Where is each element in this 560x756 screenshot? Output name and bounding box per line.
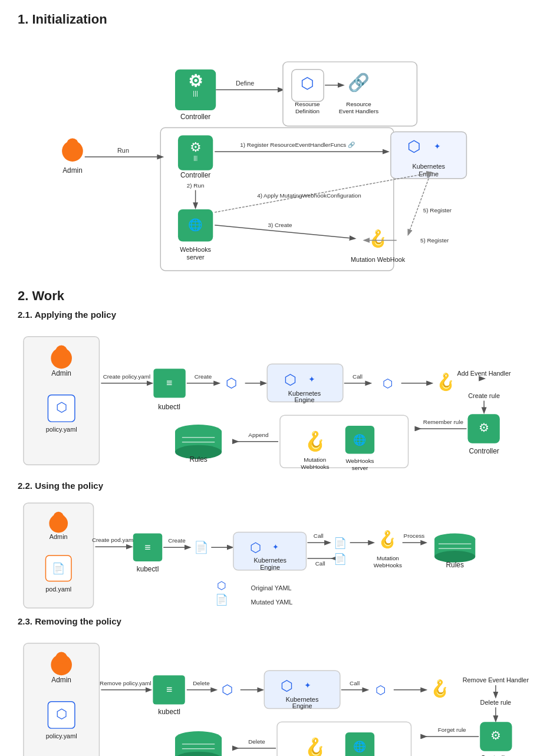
svg-text:🔗: 🔗 <box>348 72 370 93</box>
svg-text:⬡: ⬡ <box>284 372 297 387</box>
svg-text:🪝: 🪝 <box>368 229 388 248</box>
svg-text:Engine: Engine <box>292 703 312 710</box>
section-2-title: 2. Work <box>18 288 542 304</box>
svg-text:Append: Append <box>248 432 268 438</box>
svg-text:⬡: ⬡ <box>383 377 393 390</box>
svg-text:1) Register ResourceEventHandl: 1) Register ResourceEventHandlerFuncs 🔗 <box>240 141 355 149</box>
svg-text:Delete rule: Delete rule <box>480 699 512 706</box>
svg-text:Call: Call <box>315 560 325 567</box>
svg-text:≡: ≡ <box>166 683 172 695</box>
svg-text:WebHooks: WebHooks <box>301 464 329 470</box>
svg-text:Engine: Engine <box>260 564 280 571</box>
svg-text:📄: 📄 <box>334 553 347 566</box>
svg-text:Admin: Admin <box>50 533 68 540</box>
svg-text:⚙: ⚙ <box>190 140 202 155</box>
svg-text:⬡: ⬡ <box>56 400 67 415</box>
svg-text:server: server <box>187 254 205 261</box>
svg-text:✦: ✦ <box>434 142 441 151</box>
svg-text:📄: 📄 <box>52 562 65 575</box>
svg-text:Controller: Controller <box>180 171 210 179</box>
svg-text:≡: ≡ <box>144 541 150 553</box>
svg-text:kubectl: kubectl <box>158 708 180 716</box>
svg-rect-177 <box>277 722 411 756</box>
svg-text:|||: ||| <box>193 155 197 161</box>
svg-text:Original YAML: Original YAML <box>251 584 292 591</box>
svg-point-101 <box>53 512 64 522</box>
svg-text:Create: Create <box>195 373 212 380</box>
section22-svg: Admin 📄 pod.yaml Create pod.yaml ≡ kubec… <box>18 497 542 614</box>
svg-text:Resourse: Resourse <box>295 101 320 107</box>
section-2: 2. Work 2.1. Applying the policy Admin ⬡… <box>18 288 542 756</box>
svg-text:✦: ✦ <box>304 681 311 690</box>
svg-text:Definition: Definition <box>295 108 319 114</box>
svg-text:Rules: Rules <box>446 561 464 569</box>
svg-text:policy.yaml: policy.yaml <box>46 426 77 433</box>
svg-text:Event Handlers: Event Handlers <box>339 108 379 114</box>
svg-text:Admin: Admin <box>51 369 71 377</box>
section-1-title: 1. Initialization <box>18 12 542 27</box>
svg-text:Mutation WebHook: Mutation WebHook <box>351 256 406 263</box>
svg-text:Create: Create <box>168 537 186 544</box>
svg-text:⬡: ⬡ <box>281 678 293 693</box>
section23-svg: Admin ⬡ policy.yaml Remove policy.yaml ≡… <box>18 632 542 756</box>
svg-text:5) Register: 5) Register <box>423 207 452 213</box>
svg-text:Rules: Rules <box>189 455 207 464</box>
section21-svg: Admin ⬡ policy.yaml Create policy.yaml ≡… <box>18 326 542 479</box>
svg-text:server: server <box>352 465 368 471</box>
section-21-title: 2.1. Applying the policy <box>18 310 542 320</box>
svg-text:✦: ✦ <box>272 543 279 551</box>
svg-text:Run: Run <box>117 147 129 154</box>
svg-text:Create policy.yaml: Create policy.yaml <box>103 373 151 380</box>
svg-text:Engine: Engine <box>419 170 439 178</box>
svg-text:5) Register: 5) Register <box>420 237 449 244</box>
svg-text:Forget rule: Forget rule <box>438 727 466 733</box>
svg-text:Controller: Controller <box>180 113 210 121</box>
svg-text:2) Run: 2) Run <box>187 182 205 189</box>
svg-text:Remove Event Handler: Remove Event Handler <box>463 676 529 683</box>
svg-text:Kubernetes: Kubernetes <box>253 557 286 564</box>
svg-text:WebHooks: WebHooks <box>180 246 211 253</box>
svg-text:Call: Call <box>353 373 363 380</box>
svg-rect-83 <box>280 415 409 468</box>
svg-text:≡: ≡ <box>166 377 172 389</box>
svg-text:⬡: ⬡ <box>56 706 67 721</box>
svg-text:🌐: 🌐 <box>353 433 367 446</box>
svg-text:Admin: Admin <box>62 166 83 175</box>
svg-text:🪝: 🪝 <box>436 372 456 392</box>
svg-text:✦: ✦ <box>308 374 315 384</box>
svg-text:Delete: Delete <box>193 680 210 686</box>
svg-text:Resource: Resource <box>346 101 371 107</box>
svg-text:🪝: 🪝 <box>304 430 327 452</box>
svg-text:📄: 📄 <box>334 537 347 550</box>
svg-text:🪝: 🪝 <box>377 530 398 549</box>
svg-text:Mutated YAML: Mutated YAML <box>251 599 293 606</box>
svg-point-17 <box>67 138 78 150</box>
svg-text:Kubernetes: Kubernetes <box>286 696 319 703</box>
svg-text:🌐: 🌐 <box>353 740 367 753</box>
svg-text:🪝: 🪝 <box>304 737 327 756</box>
svg-text:Delete: Delete <box>248 738 265 745</box>
svg-text:kubectl: kubectl <box>158 403 180 411</box>
section-22-title: 2.2. Using the policy <box>18 481 542 491</box>
svg-text:⬡: ⬡ <box>375 683 386 696</box>
svg-text:Kubernetes: Kubernetes <box>288 390 321 397</box>
svg-text:WebHooks: WebHooks <box>345 458 374 464</box>
svg-text:Remember rule: Remember rule <box>423 419 464 425</box>
svg-text:⬡: ⬡ <box>222 682 233 697</box>
svg-text:⬡: ⬡ <box>226 376 237 390</box>
svg-text:Controller: Controller <box>469 447 499 455</box>
svg-text:📄: 📄 <box>194 540 209 554</box>
svg-text:Add Event Handler: Add Event Handler <box>457 370 512 377</box>
svg-text:Admin: Admin <box>51 676 71 684</box>
svg-text:⬡: ⬡ <box>407 138 421 155</box>
svg-text:pod.yaml: pod.yaml <box>45 586 71 593</box>
svg-text:Call: Call <box>314 533 324 539</box>
svg-text:WebHooks: WebHooks <box>374 562 402 568</box>
svg-text:Engine: Engine <box>295 396 315 403</box>
section-23-title: 2.3. Removing the policy <box>18 616 542 626</box>
svg-text:⚙: ⚙ <box>188 72 203 90</box>
svg-text:⬡: ⬡ <box>301 75 314 91</box>
section-1: 1. Initialization ⚙ ||| Controller Defin… <box>18 12 542 288</box>
svg-text:⚙: ⚙ <box>479 421 489 434</box>
svg-text:Define: Define <box>236 80 254 87</box>
